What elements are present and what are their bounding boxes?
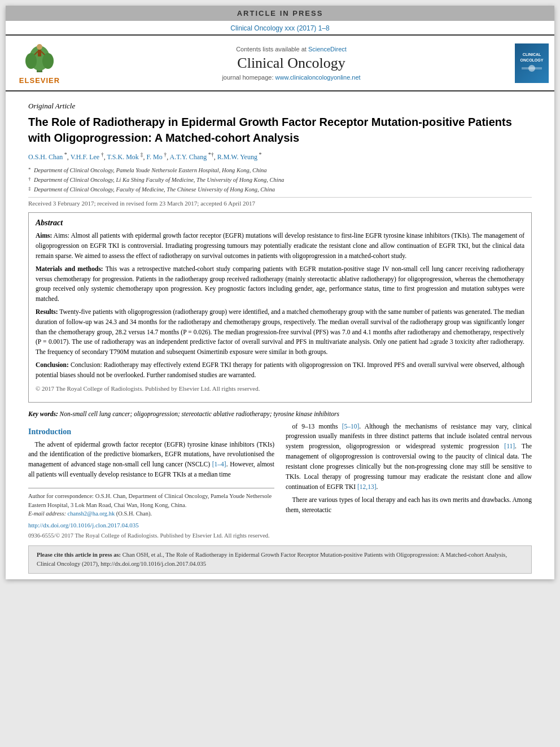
doi-line: http://dx.doi.org/10.1016/j.clon.2017.04… — [28, 521, 274, 530]
badge-icon — [522, 63, 542, 74]
author-mok: T.S.K. Mok — [107, 153, 138, 161]
svg-point-9 — [528, 65, 535, 72]
email-line: E-mail address: chansh2@ha.org.hk (O.S.H… — [28, 509, 274, 518]
affil-2-text: Department of Clinical Oncology, Li Ka S… — [34, 176, 284, 185]
homepage-label: journal homepage: — [222, 74, 273, 81]
intro-para-1: The advent of epidermal growth factor re… — [28, 440, 274, 480]
journal-header: ELSEVIER Contents lists available at Sci… — [6, 34, 554, 91]
journal-title: Clinical Oncology — [73, 55, 509, 72]
affiliations: * Department of Clinical Oncology, Pamel… — [28, 166, 532, 194]
issn-line: 0936-6555/© 2017 The Royal College of Ra… — [28, 531, 274, 540]
svg-point-4 — [37, 44, 42, 50]
affil-3: ‡ Department of Clinical Oncology, Facul… — [28, 185, 532, 194]
author-chang: A.T.Y. Chang — [170, 153, 207, 161]
affil-2: † Department of Clinical Oncology, Li Ka… — [28, 176, 532, 185]
svg-point-3 — [42, 53, 54, 69]
citation-bar: Please cite this article in press as: Ch… — [28, 545, 532, 574]
clinical-oncology-badge: CLINICAL ONCOLOGY — [515, 43, 549, 83]
svg-point-2 — [25, 53, 37, 69]
elsevier-tree-icon — [20, 41, 59, 75]
badge-line2: ONCOLOGY — [520, 58, 544, 63]
sciencedirect-label: Contents lists available at — [236, 46, 307, 53]
journal-reference: Clinical Oncology xxx (2017) 1–8 — [6, 21, 554, 34]
article-type: Original Article — [28, 102, 532, 111]
keywords-text: Non-small cell lung cancer; oligoprogres… — [60, 410, 339, 417]
intro-para-right-2: There are various types of local therapy… — [286, 495, 532, 516]
left-column: Introduction The advent of epidermal gro… — [28, 422, 274, 540]
journal-badge-area: CLINICAL ONCOLOGY — [509, 39, 554, 87]
received-line: Received 3 February 2017; received in re… — [28, 197, 532, 207]
introduction-body-right: of 9–13 months [5–10]. Although the mech… — [286, 422, 532, 516]
sciencedirect-line: Contents lists available at ScienceDirec… — [73, 46, 509, 53]
page: ARTICLE IN PRESS Clinical Oncology xxx (… — [6, 6, 554, 579]
banner-text: ARTICLE IN PRESS — [237, 9, 323, 18]
abstract-aims: Aims: Aims: Almost all patients with epi… — [36, 231, 524, 261]
doi-link[interactable]: http://dx.doi.org/10.1016/j.clon.2017.04… — [28, 522, 139, 528]
affil-1-text: Department of Clinical Oncology, Pamela … — [34, 166, 267, 175]
article-in-press-banner: ARTICLE IN PRESS — [6, 6, 554, 21]
introduction-title: Introduction — [28, 427, 274, 436]
badge-line1: CLINICAL — [523, 52, 541, 57]
abstract-conclusion: Conclusion: Conclusion: Radiotherapy may… — [36, 360, 524, 381]
author-lee: V.H.F. Lee — [71, 153, 99, 161]
journal-center: Contents lists available at ScienceDirec… — [73, 39, 509, 87]
affil-3-text: Department of Clinical Oncology, Faculty… — [34, 185, 275, 194]
author-mo: F. Mo — [146, 153, 162, 161]
keywords-line: Key words: Non-small cell lung cancer; o… — [28, 410, 532, 417]
homepage-link[interactable]: www.clinicaloncologyonline.net — [275, 74, 361, 81]
right-column: of 9–13 months [5–10]. Although the mech… — [286, 422, 532, 540]
author-yeung: R.M.W. Yeung — [217, 153, 257, 161]
svg-rect-5 — [38, 50, 41, 56]
sciencedirect-link[interactable]: ScienceDirect — [308, 46, 347, 53]
abstract-body: Aims: Aims: Almost all patients with epi… — [36, 231, 524, 393]
abstract-section: Abstract Aims: Aims: Almost all patients… — [28, 212, 532, 402]
two-column-layout: Introduction The advent of epidermal gro… — [28, 422, 532, 540]
abstract-results: Results: Twenty-five patients with oligo… — [36, 307, 524, 357]
email-link[interactable]: chansh2@ha.org.hk — [68, 510, 115, 517]
main-content: Original Article The Role of Radiotherap… — [6, 91, 554, 579]
email-person: (O.S.H. Chan). — [116, 510, 152, 517]
footnote-area: Author for correspondence: O.S.H. Chan, … — [28, 488, 274, 540]
affil-1: * Department of Clinical Oncology, Pamel… — [28, 166, 532, 175]
journal-ref-text: Clinical Oncology xxx (2017) 1–8 — [230, 24, 329, 32]
introduction-body-left: The advent of epidermal growth factor re… — [28, 440, 274, 480]
abstract-title: Abstract — [36, 219, 524, 228]
author-chan: O.S.H. Chan — [28, 153, 63, 161]
article-title: The Role of Radiotherapy in Epidermal Gr… — [28, 114, 532, 146]
authors-line: O.S.H. Chan *, V.H.F. Lee †, T.S.K. Mok … — [28, 151, 532, 161]
elsevier-label: ELSEVIER — [19, 76, 60, 85]
abstract-copyright: © 2017 The Royal College of Radiologists… — [36, 384, 524, 394]
correspondence-text: Author for correspondence: O.S.H. Chan, … — [28, 492, 274, 510]
intro-para-right-1: of 9–13 months [5–10]. Although the mech… — [286, 422, 532, 492]
homepage-line: journal homepage: www.clinicaloncologyon… — [73, 74, 509, 81]
elsevier-logo-area: ELSEVIER — [6, 39, 73, 87]
abstract-methods: Materials and methods: This was a retros… — [36, 264, 524, 304]
